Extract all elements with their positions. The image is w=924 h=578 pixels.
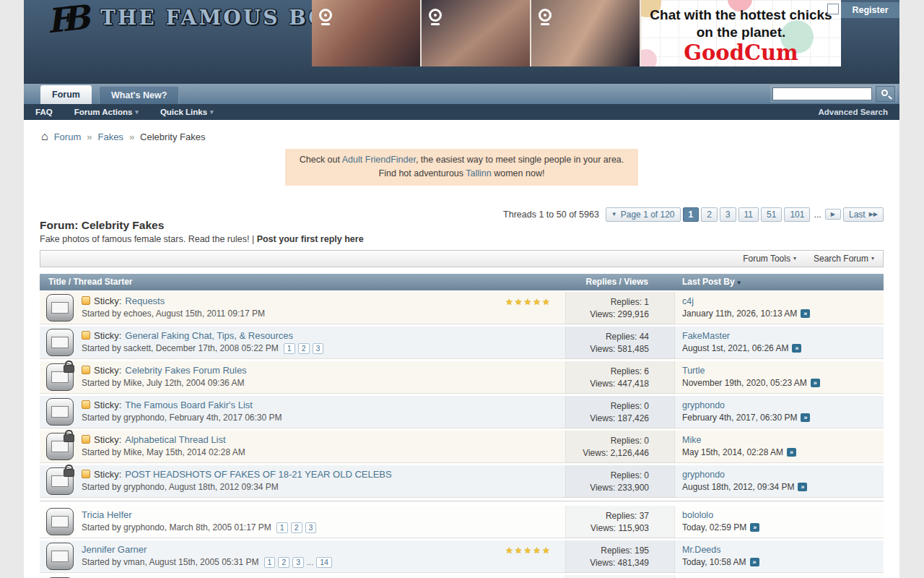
last-post-cell: c4j January 11th, 2026, 10:13 AM » — [682, 296, 810, 319]
nav-faq[interactable]: FAQ — [35, 108, 53, 116]
last-post-user-link[interactable]: c4j — [682, 296, 810, 306]
search-button[interactable] — [876, 86, 895, 102]
page-selector-label: Page 1 of 120 — [621, 210, 675, 220]
last-post-cell: gryphondo August 18th, 2012, 09:34 PM » — [682, 470, 807, 492]
page-link[interactable]: 11 — [738, 207, 759, 222]
column-replies-views[interactable]: Replies / Views — [586, 277, 649, 287]
goto-last-post-icon[interactable]: » — [798, 483, 807, 491]
page-link[interactable]: 2 — [291, 522, 302, 533]
nav-forum-actions[interactable]: Forum Actions ▾ — [74, 108, 139, 116]
tab-whats-new[interactable]: What's New? — [99, 86, 179, 104]
thread-starter-text: Started by gryphondo, February 4th, 2017… — [82, 413, 282, 423]
thread-main-cell: Sticky: POST HEADSHOTS OF FAKES OF 18-21… — [82, 465, 515, 498]
next-page-button[interactable]: ▶ — [825, 209, 841, 220]
thread-page-links: 123 — [284, 343, 324, 354]
page-link[interactable]: 2 — [278, 557, 289, 568]
ad-banner[interactable]: Chat with the hottest chicks on the plan… — [312, 0, 841, 66]
thread-title-link[interactable]: General Faking Chat, Tips, & Resources — [125, 330, 293, 341]
goto-last-post-icon[interactable]: » — [787, 448, 796, 457]
tab-forum[interactable]: Forum — [40, 86, 92, 104]
page-link[interactable]: 3 — [313, 343, 324, 354]
page-link[interactable]: 1 — [284, 343, 295, 354]
column-title-thread-starter[interactable]: Title / Thread Starter — [48, 277, 132, 287]
envelope-icon — [46, 329, 74, 356]
ad-photo-placeholder[interactable] — [422, 0, 531, 66]
thread-main-cell: Sticky: The Famous Board Fakir's List St… — [82, 396, 515, 428]
search-forum-menu[interactable]: Search Forum ▾ — [814, 254, 874, 264]
last-post-user-link[interactable]: Mr.Deeds — [682, 545, 759, 555]
thread-starter-text: Started by Mike, July 12th, 2004 09:36 A… — [82, 378, 244, 388]
goto-last-post-icon[interactable]: » — [750, 558, 759, 566]
last-post-date: November 19th, 2020, 05:23 AM — [682, 378, 807, 388]
ad-text-line1: Chat with the hottest chicks — [641, 7, 841, 24]
last-page-button[interactable]: Last ▶▶ — [843, 207, 884, 222]
goto-last-post-icon[interactable]: » — [750, 523, 759, 532]
thread-title-link[interactable]: Requests — [125, 296, 165, 306]
first-reply-link[interactable]: Post your first reply here — [257, 234, 364, 244]
advanced-search-link[interactable]: Advanced Search — [818, 108, 888, 116]
table-row: Sandra Bullock Started by gryphondo, Feb… — [40, 575, 884, 578]
last-post-user-link[interactable]: Turtle — [682, 366, 820, 376]
thread-title-link[interactable]: POST HEADSHOTS OF FAKES OF 18-21 YEAR OL… — [125, 469, 391, 480]
page-link[interactable]: 1 — [264, 557, 276, 568]
home-icon[interactable]: ⌂ — [41, 131, 48, 142]
last-post-user-link[interactable]: gryphondo — [682, 400, 810, 410]
sticky-label: Sticky: — [94, 469, 121, 480]
ad-photo-placeholder[interactable] — [531, 0, 641, 66]
ad-brand[interactable]: GoodCum — [641, 43, 841, 64]
breadcrumb-fakes[interactable]: Fakes — [97, 131, 123, 142]
register-button[interactable]: Register — [841, 2, 899, 18]
thread-title-link[interactable]: Alphabetical Thread List — [125, 434, 225, 445]
last-post-user-link[interactable]: FakeMaster — [682, 331, 801, 341]
sticky-label: Sticky: — [94, 330, 121, 341]
nav-quick-links[interactable]: Quick Links ▾ — [160, 108, 214, 116]
replies-count: Replies: 1 — [611, 297, 649, 307]
table-row: Sticky: Celebrity Fakes Forum Rules Star… — [40, 361, 884, 394]
thread-starter-text: Started by Mike, May 15th, 2014 02:28 AM — [82, 447, 245, 457]
goto-last-post-icon[interactable]: » — [801, 309, 810, 318]
breadcrumb-forum[interactable]: Forum — [54, 131, 82, 142]
last-post-user-link[interactable]: bolololo — [682, 510, 759, 520]
notice-link-friendfinder[interactable]: Adult FriendFinder — [342, 155, 416, 165]
page-link[interactable]: 51 — [761, 207, 782, 222]
search-input[interactable] — [772, 87, 872, 100]
page-link[interactable]: 1 — [276, 522, 288, 533]
column-last-post-by[interactable]: Last Post By▼ — [682, 277, 742, 287]
replies-views-cell: Replies: 0 Views: 187,426 — [565, 396, 675, 428]
views-count: Views: 233,900 — [590, 483, 649, 493]
thread-title-link[interactable]: Jennifer Garner — [82, 544, 147, 555]
login-field-stub[interactable] — [827, 4, 839, 14]
site-logo-monogram[interactable]: FB — [45, 0, 83, 40]
views-count: Views: 2,126,446 — [583, 448, 649, 458]
last-post-cell: Mr.Deeds Today, 10:58 AM » — [682, 545, 759, 567]
page-link[interactable]: 14 — [316, 557, 332, 568]
thread-title-link[interactable]: Celebrity Fakes Forum Rules — [125, 365, 246, 376]
ad-text-panel[interactable]: Chat with the hottest chicks on the plan… — [641, 0, 841, 66]
main-tabbar: Forum What's New? — [24, 84, 899, 104]
last-post-date: August 18th, 2012, 09:34 PM — [682, 482, 794, 492]
ad-photo-placeholder[interactable] — [312, 0, 422, 66]
sticky-note-icon — [82, 331, 90, 340]
page-link[interactable]: 101 — [784, 207, 810, 222]
goto-last-post-icon[interactable]: » — [801, 413, 810, 422]
forum-tools-menu[interactable]: Forum Tools ▾ — [743, 254, 796, 264]
page-link[interactable]: 3 — [720, 207, 736, 222]
page-link[interactable]: 3 — [305, 522, 317, 533]
goto-last-post-icon[interactable]: » — [811, 379, 820, 387]
webcam-icon — [429, 9, 446, 27]
page-link[interactable]: 2 — [701, 207, 718, 222]
last-post-user-link[interactable]: gryphondo — [682, 470, 807, 480]
views-count: Views: 447,418 — [590, 379, 649, 389]
thread-title-link[interactable]: The Famous Board Fakir's List — [125, 400, 253, 410]
page-selector-button[interactable]: ▼ Page 1 of 120 — [606, 207, 681, 222]
replies-count: Replies: 0 — [611, 401, 649, 411]
notice-link-city[interactable]: Tallinn — [466, 168, 491, 178]
thread-title-link[interactable]: Tricia Helfer — [82, 509, 132, 520]
page-link[interactable]: 3 — [292, 557, 304, 568]
page-link[interactable]: 2 — [298, 343, 310, 354]
last-post-user-link[interactable]: Mike — [682, 435, 796, 445]
goto-last-post-icon[interactable]: » — [792, 344, 801, 353]
table-row: Tricia Helfer Started by gryphondo, Marc… — [40, 506, 884, 538]
page-link-current[interactable]: 1 — [683, 207, 699, 222]
thread-starter-text: Started by echoes, August 15th, 2011 09:… — [82, 309, 265, 319]
